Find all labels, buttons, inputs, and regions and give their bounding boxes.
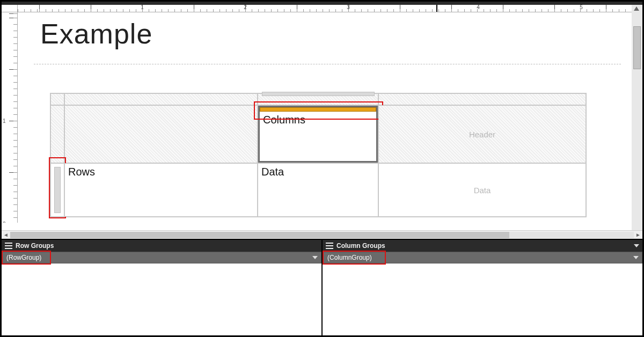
header-placeholder-text: Header — [379, 130, 586, 139]
row-group-cell[interactable]: Rows — [64, 163, 258, 217]
column-groups-title: Column Groups — [336, 242, 385, 250]
data-cell[interactable]: Data — [258, 163, 378, 217]
horizontal-scroll-thumb[interactable] — [10, 232, 509, 238]
title-guide-line — [34, 64, 621, 64]
horizontal-scrollbar[interactable]: ◄ ► — [2, 230, 642, 239]
row-groups-body[interactable] — [2, 263, 321, 335]
ruler-h-number: 1 — [141, 5, 144, 10]
vertical-scrollbar[interactable] — [632, 5, 642, 230]
dropdown-arrow-icon[interactable] — [634, 244, 639, 247]
column-groups-header[interactable]: Column Groups — [323, 240, 642, 252]
grid-icon — [326, 243, 333, 249]
columns-cell-label: Columns — [263, 114, 305, 126]
column-group-header-cell[interactable]: Columns — [258, 105, 378, 163]
scroll-right-arrow-icon[interactable]: ► — [634, 232, 642, 238]
row-group-item[interactable]: (RowGroup) — [2, 252, 321, 263]
ruler-h-marker[interactable] — [436, 5, 437, 12]
column-group-drag-bar[interactable] — [262, 92, 375, 96]
grouping-pane: Row Groups (RowGroup) Column Groups (Col… — [2, 239, 642, 335]
ruler-v-number: 2 — [3, 221, 6, 223]
row-groups-title: Row Groups — [16, 242, 54, 250]
row-groups-header[interactable]: Row Groups — [2, 240, 321, 252]
tablix-corner-body[interactable] — [64, 105, 258, 163]
report-title-textbox[interactable]: Example — [40, 18, 152, 50]
ruler-v-number: 1 — [3, 118, 6, 124]
static-header-cell[interactable]: Header — [378, 105, 586, 163]
report-page[interactable]: Example — [34, 18, 621, 223]
horizontal-scroll-track[interactable] — [10, 232, 634, 238]
ruler-corner — [2, 5, 18, 12]
vertical-scroll-thumb[interactable] — [633, 26, 641, 69]
column-group-item[interactable]: (ColumnGroup) — [323, 252, 642, 263]
row-group-handle[interactable] — [50, 163, 64, 217]
dropdown-arrow-icon[interactable] — [312, 256, 318, 259]
design-surface: 1 2 3 4 5 1 2 Example — [2, 5, 642, 230]
ruler-h-number: 5 — [580, 5, 583, 10]
vertical-ruler[interactable]: 1 2 — [2, 12, 18, 223]
column-group-item-label: (ColumnGroup) — [327, 254, 372, 261]
column-group-handle[interactable] — [258, 93, 378, 105]
column-group-gold-bar[interactable] — [260, 107, 376, 112]
scroll-up-arrow-icon[interactable] — [634, 6, 639, 11]
grid-icon — [5, 243, 12, 249]
column-group-selected-box[interactable]: Columns — [258, 106, 378, 163]
rows-cell-label: Rows — [68, 166, 95, 178]
ruler-h-number: 4 — [477, 5, 480, 10]
report-canvas[interactable]: Example — [18, 12, 632, 223]
scroll-left-arrow-icon[interactable]: ◄ — [2, 232, 10, 238]
ruler-h-number: 2 — [244, 5, 247, 10]
dropdown-arrow-icon[interactable] — [633, 256, 639, 259]
column-groups-column: Column Groups (ColumnGroup) — [323, 240, 642, 335]
tablix-region[interactable]: Columns Header — [50, 93, 587, 217]
row-handle-header[interactable] — [50, 105, 64, 163]
data-cell-label: Data — [261, 166, 284, 178]
horizontal-ruler[interactable]: 1 2 3 4 5 — [18, 5, 632, 12]
column-groups-body[interactable] — [323, 263, 642, 335]
row-groups-column: Row Groups (RowGroup) — [2, 240, 323, 335]
static-data-cell[interactable]: Data — [378, 163, 586, 217]
static-column-handle[interactable] — [378, 93, 586, 105]
tablix-corner-cell[interactable] — [64, 93, 258, 105]
row-group-drag-bar[interactable] — [54, 167, 61, 213]
ruler-h-number: 3 — [347, 5, 350, 10]
tablix-corner-handle[interactable] — [50, 93, 64, 105]
data-placeholder-text: Data — [379, 186, 586, 195]
row-group-item-label: (RowGroup) — [6, 254, 41, 261]
